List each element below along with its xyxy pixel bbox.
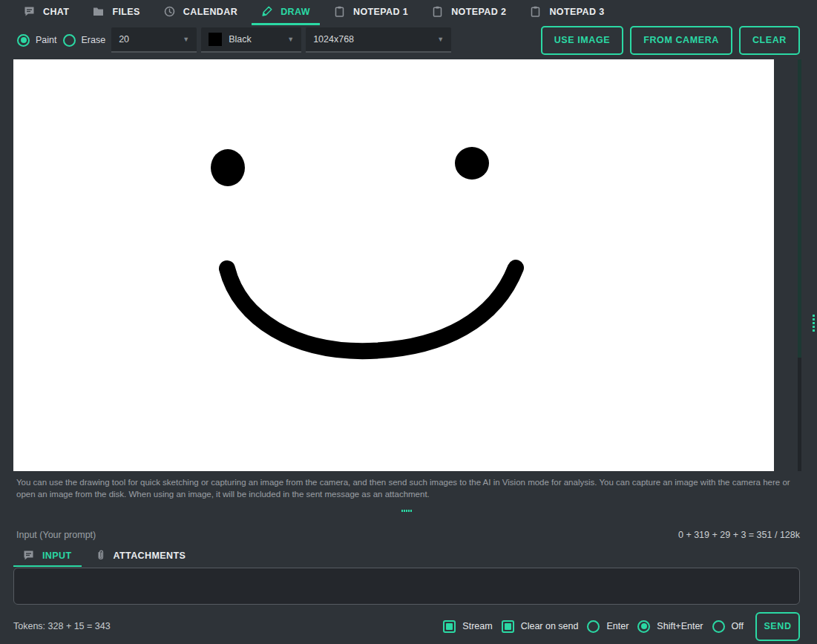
enter-radio-option[interactable]: Enter xyxy=(587,620,629,633)
erase-radio[interactable] xyxy=(63,34,76,47)
paint-radio[interactable] xyxy=(17,34,30,47)
chevron-down-icon: ▼ xyxy=(287,36,294,43)
vertical-resize-handle[interactable] xyxy=(813,315,815,332)
send-button[interactable]: SEND xyxy=(755,612,800,641)
draw-app: CHAT FILES CALENDAR DRAW NOTEPAD 1 xyxy=(0,0,817,644)
tab-input[interactable]: INPUT xyxy=(13,545,82,567)
prompt-textarea[interactable] xyxy=(13,568,800,605)
tab-notepad-2[interactable]: NOTEPAD 2 xyxy=(422,0,516,25)
stream-checkbox-option[interactable]: Stream xyxy=(443,620,492,633)
tab-files[interactable]: FILES xyxy=(83,0,149,25)
stream-checkbox[interactable] xyxy=(443,620,456,633)
tab-notepad-2-label: NOTEPAD 2 xyxy=(451,7,506,17)
brush-size-select[interactable]: 20 ▼ xyxy=(111,27,197,53)
use-image-button[interactable]: USE IMAGE xyxy=(541,26,624,55)
off-label: Off xyxy=(732,621,744,631)
clipboard-icon xyxy=(334,6,345,17)
canvas-resolution-value: 1024x768 xyxy=(313,34,431,45)
main-tabbar: CHAT FILES CALENDAR DRAW NOTEPAD 1 xyxy=(0,0,817,25)
enter-label: Enter xyxy=(606,621,629,631)
off-radio[interactable] xyxy=(712,620,725,633)
smiley-right-eye xyxy=(455,147,489,180)
paint-label: Paint xyxy=(36,35,57,45)
tab-notepad-1-label: NOTEPAD 1 xyxy=(353,7,408,17)
tab-chat[interactable]: CHAT xyxy=(14,0,79,25)
draw-toolbar: Paint Erase 20 ▼ Black ▼ 1024x768 ▼ USE … xyxy=(0,24,817,56)
stream-label: Stream xyxy=(462,621,492,631)
tab-notepad-3[interactable]: NOTEPAD 3 xyxy=(520,0,614,25)
smiley-mouth xyxy=(227,268,516,351)
clipboard-icon xyxy=(530,6,541,17)
shift-enter-label: Shift+Enter xyxy=(657,621,703,631)
clear-on-send-checkbox[interactable] xyxy=(502,620,514,633)
tokens-counter: Tokens: 328 + 15 = 343 xyxy=(13,621,111,631)
tab-calendar[interactable]: CALENDAR xyxy=(154,0,247,25)
shift-enter-radio[interactable] xyxy=(637,620,650,633)
canvas-resolution-select[interactable]: 1024x768 ▼ xyxy=(306,27,451,53)
drawing-canvas[interactable] xyxy=(13,59,774,471)
context-token-counter: 0 + 319 + 29 + 3 = 351 / 128k xyxy=(678,530,800,540)
shift-enter-radio-option[interactable]: Shift+Enter xyxy=(637,620,703,633)
bottom-bar: Tokens: 328 + 15 = 343 Stream Clear on s… xyxy=(0,608,817,644)
clear-button[interactable]: CLEAR xyxy=(739,26,800,55)
off-radio-option[interactable]: Off xyxy=(712,620,744,633)
smiley-left-eye xyxy=(211,149,245,186)
from-camera-button[interactable]: FROM CAMERA xyxy=(630,26,732,55)
tab-chat-label: CHAT xyxy=(43,7,69,17)
paperclip-icon xyxy=(96,550,105,561)
send-controls: Stream Clear on send Enter Shift+Enter O… xyxy=(443,612,800,641)
draw-help-text: You can use the drawing tool for quick s… xyxy=(16,477,797,500)
tab-calendar-label: CALENDAR xyxy=(183,7,237,17)
tab-attachments[interactable]: ATTACHMENTS xyxy=(86,545,196,567)
tab-files-label: FILES xyxy=(112,7,140,17)
clipboard-icon xyxy=(432,6,443,17)
clear-on-send-checkbox-option[interactable]: Clear on send xyxy=(502,620,579,633)
erase-label: Erase xyxy=(82,35,106,45)
tab-notepad-3-label: NOTEPAD 3 xyxy=(549,7,604,17)
brush-icon xyxy=(261,6,272,17)
folder-icon xyxy=(93,6,104,17)
smiley-drawing xyxy=(13,59,774,471)
toolbar-buttons: USE IMAGE FROM CAMERA CLEAR xyxy=(541,26,800,55)
chevron-down-icon: ▼ xyxy=(183,36,189,43)
paint-radio-option[interactable]: Paint xyxy=(17,34,57,47)
clock-icon xyxy=(164,6,175,17)
message-icon xyxy=(23,550,34,561)
erase-radio-option[interactable]: Erase xyxy=(63,34,106,47)
brush-color-select[interactable]: Black ▼ xyxy=(201,27,301,53)
input-prompt-label: Input (Your prompt) xyxy=(16,530,96,540)
input-tabbar: INPUT ATTACHMENTS xyxy=(13,545,195,567)
clear-on-send-label: Clear on send xyxy=(521,621,579,631)
canvas-scrollbar[interactable] xyxy=(798,59,801,471)
chat-icon xyxy=(24,6,35,17)
canvas-scrollbar-thumb[interactable] xyxy=(798,59,801,358)
brush-size-value: 20 xyxy=(119,34,177,45)
tab-input-label: INPUT xyxy=(42,551,72,561)
color-swatch xyxy=(209,33,222,46)
brush-color-value: Black xyxy=(229,34,281,45)
tab-attachments-label: ATTACHMENTS xyxy=(114,551,186,561)
horizontal-resize-handle[interactable] xyxy=(401,510,412,512)
tab-notepad-1[interactable]: NOTEPAD 1 xyxy=(324,0,418,25)
tab-draw-label: DRAW xyxy=(280,7,310,17)
tab-draw[interactable]: DRAW xyxy=(252,0,320,25)
chevron-down-icon: ▼ xyxy=(437,36,444,43)
enter-radio[interactable] xyxy=(587,620,600,633)
